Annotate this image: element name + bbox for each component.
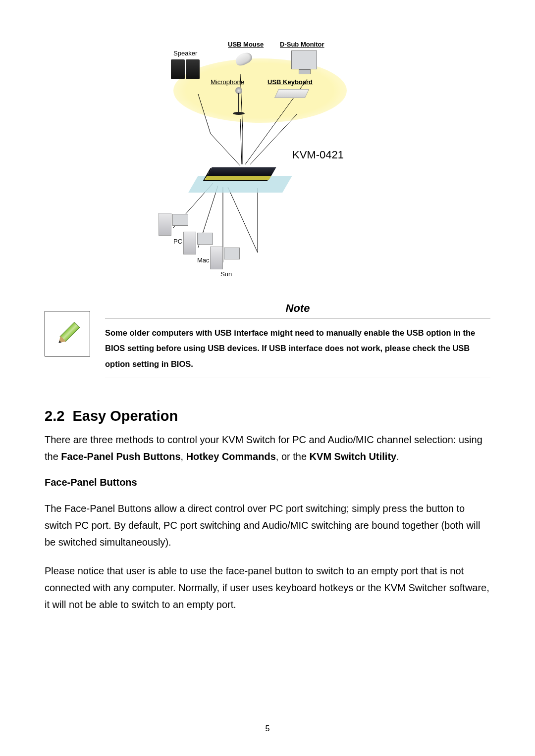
label-mac: Mac xyxy=(197,256,210,264)
note-title: Note xyxy=(105,302,490,315)
paragraph-face-panel-2: Please notice that user is able to use t… xyxy=(45,562,490,613)
kvm-switch-icon xyxy=(204,167,276,180)
section-heading: 2.2 Easy Operation xyxy=(45,408,490,424)
section-number: 2.2 xyxy=(45,408,64,424)
sun-icon xyxy=(210,247,223,269)
note-icon xyxy=(45,311,90,356)
section-title: Easy Operation xyxy=(72,408,178,424)
pencil-icon xyxy=(47,313,88,354)
keyboard-icon xyxy=(274,89,309,98)
pc-icon xyxy=(159,213,171,236)
sub-heading-face-panel: Face-Panel Buttons xyxy=(45,477,490,488)
connection-diagram: Speaker USB Mouse D-Sub Monitor Micropho… xyxy=(144,40,391,277)
label-usb-mouse: USB Mouse xyxy=(228,41,264,48)
label-sun: Sun xyxy=(220,270,232,278)
label-dsub-monitor: D-Sub Monitor xyxy=(280,41,324,48)
label-usb-keyboard: USB Keyboard xyxy=(268,78,313,86)
monitor-icon xyxy=(291,50,317,69)
label-pc: PC xyxy=(173,238,182,245)
mac-icon xyxy=(183,232,196,254)
note-callout: Note Some older computers with USB inter… xyxy=(45,302,490,384)
manual-page: Speaker USB Mouse D-Sub Monitor Micropho… xyxy=(0,0,535,645)
speaker-icon xyxy=(171,59,185,79)
label-kvm-model: KVM-0421 xyxy=(292,149,344,161)
page-number: 5 xyxy=(0,724,535,733)
label-microphone: Microphone xyxy=(211,78,244,86)
paragraph-face-panel-1: The Face-Panel Buttons allow a direct co… xyxy=(45,500,490,551)
label-speaker: Speaker xyxy=(173,50,197,57)
section-intro: There are three methods to control your … xyxy=(45,431,490,465)
note-text: Some older computers with USB interface … xyxy=(105,325,490,372)
